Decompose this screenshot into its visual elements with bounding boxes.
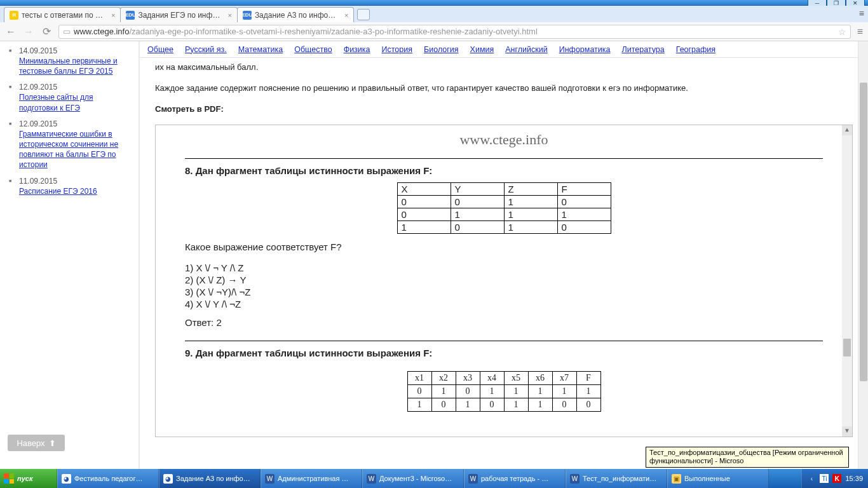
tab-close-icon[interactable]: × (227, 11, 231, 19)
bookmark-star-icon[interactable]: ☆ (838, 27, 846, 37)
new-tab-button[interactable] (357, 9, 370, 20)
subject-link[interactable]: Физика (344, 45, 370, 54)
reload-button[interactable]: ⟳ (41, 25, 52, 37)
subject-link[interactable]: География (676, 45, 715, 54)
taskbar-clock[interactable]: 15:39 (845, 475, 863, 482)
subject-link[interactable]: История (382, 45, 412, 54)
table-header-cell: X (397, 182, 451, 195)
pdf-watermark: www.ctege.info (185, 130, 823, 154)
answer-option: 1) X \/ ¬ Y /\ Z (185, 262, 823, 273)
news-date: 14.09.2015 (19, 46, 132, 55)
page-scrollbar-thumb[interactable] (860, 83, 867, 381)
table-header-cell: Z (504, 182, 557, 195)
windows-taskbar: пуск ◕Фестиваль педагог…◕Задание А3 по и… (0, 469, 868, 488)
pdf-embed: www.ctege.info 8. Дан фрагмент таблицы и… (155, 125, 853, 437)
table-cell: 0 (451, 220, 504, 233)
system-tray[interactable]: ‹ Ti K 15:39 (801, 469, 868, 488)
table-cell: 0 (451, 195, 504, 208)
taskbar-tooltip: Тест_по_информатицазии_общества [Режим о… (646, 447, 849, 468)
word-icon: W (468, 474, 478, 484)
task-9-heading: 9. Дан фрагмент таблицы истинности выраж… (185, 348, 823, 358)
favicon: Я (10, 11, 18, 20)
taskbar-app-label: Задание А3 по инфо… (176, 475, 250, 482)
page-scrollbar[interactable] (858, 41, 868, 479)
table-cell: 0 (407, 384, 431, 398)
back-button[interactable]: ← (5, 26, 17, 37)
tab-close-icon[interactable]: × (344, 11, 348, 19)
to-top-button[interactable]: Наверх ⬆ (8, 435, 65, 451)
table-cell: 1 (504, 220, 557, 233)
table-cell: 1 (504, 398, 528, 412)
intro-frag: их на максимальный балл. (155, 62, 853, 74)
answer-option: 3) (X \/ ¬Y)/\ ¬Z (185, 287, 823, 297)
table-cell: 0 (431, 398, 456, 412)
subject-link[interactable]: Общество (294, 45, 332, 54)
taskbar-app-button[interactable]: ◕Задание А3 по инфо… (159, 469, 261, 488)
word-icon: W (265, 474, 275, 484)
taskbar-app-button[interactable]: WАдминистративная … (261, 469, 362, 488)
table-header-cell: x7 (552, 371, 576, 384)
arrow-up-icon: ⬆ (49, 438, 56, 448)
tray-antivirus-icon[interactable]: K (832, 474, 841, 483)
os-window-titlebar: ─ ❐ ✕ (0, 0, 868, 6)
chrome-settings-icon[interactable]: ≡ (857, 26, 863, 37)
scroll-up-icon[interactable]: ▲ (842, 125, 852, 135)
tray-app-icon[interactable]: Ti (820, 474, 829, 483)
table-cell: 1 (557, 208, 611, 220)
taskbar-app-label: Фестиваль педагог… (74, 475, 142, 482)
browser-tab[interactable]: Ятесты с ответами по инфо× (4, 7, 121, 22)
taskbar-app-button[interactable]: Wрабочая тетрадь - … (464, 469, 566, 488)
address-bar[interactable]: ▭ www.ctege.info/zadaniya-ege-po-informa… (58, 25, 851, 39)
taskbar-app-button[interactable]: ▣Выполненные (667, 469, 769, 488)
subject-link[interactable]: Информатика (559, 45, 611, 54)
table-cell: 1 (576, 384, 600, 398)
favicon: EDU (243, 11, 252, 20)
subject-link[interactable]: Биология (424, 45, 459, 54)
table-cell: 0 (557, 220, 611, 233)
table-cell: 1 (552, 384, 576, 398)
start-button[interactable]: пуск (0, 469, 57, 488)
subject-link[interactable]: Математика (238, 45, 283, 54)
news-link[interactable]: Расписание ЕГЭ 2016 (19, 187, 97, 196)
answer-option: 2) (X \/ Z) → Y (185, 274, 823, 285)
task-8-heading: 8. Дан фрагмент таблицы истинности выраж… (185, 165, 823, 176)
subject-link[interactable]: Литература (621, 45, 664, 54)
table-cell: 1 (528, 384, 552, 398)
table-cell: 0 (480, 398, 504, 412)
table-cell: 1 (456, 398, 480, 412)
taskbar-app-button[interactable]: ◕Фестиваль педагог… (57, 469, 159, 488)
news-link[interactable]: Минимальные первичные и тестовые баллы Е… (19, 57, 118, 76)
answer-option: 4) X \/ Y /\ ¬Z (185, 299, 823, 309)
pdf-scrollbar-thumb[interactable] (843, 339, 851, 356)
subject-link[interactable]: Русский яз. (185, 45, 227, 54)
page-viewport: 14.09.2015Минимальные первичные и тестов… (0, 41, 868, 479)
table-cell: 1 (480, 384, 504, 398)
taskbar-app-button[interactable]: WДокумент3 - Microso… (362, 469, 464, 488)
news-item: 14.09.2015Минимальные первичные и тестов… (19, 46, 132, 76)
chrome-menu-icon[interactable]: ≡ (859, 8, 864, 18)
chrome-icon: ◕ (163, 474, 173, 484)
table-cell: 1 (528, 398, 552, 412)
tab-title: Задания ЕГЭ по информати (138, 11, 220, 20)
browser-tab[interactable]: EDUЗадание А3 по информатик× (237, 7, 354, 22)
scroll-down-icon[interactable]: ▼ (842, 426, 852, 437)
browser-tab[interactable]: EDUЗадания ЕГЭ по информати× (120, 7, 237, 22)
task-8-table: XYZF001001111010 (397, 182, 611, 234)
table-cell: 1 (407, 398, 431, 412)
subject-link[interactable]: Английский (505, 45, 547, 54)
divider (185, 158, 823, 159)
taskbar-app-button[interactable]: WТест_по_информати… (566, 469, 667, 488)
table-header-cell: x2 (431, 371, 456, 384)
divider (185, 341, 823, 341)
tab-close-icon[interactable]: × (111, 11, 115, 19)
subject-link[interactable]: Общее (147, 45, 173, 54)
tray-expand-icon[interactable]: ‹ (807, 474, 816, 483)
news-item: 12.09.2015Грамматические ошибки в истори… (19, 119, 132, 170)
pdf-scrollbar[interactable]: ▲ ▼ (842, 125, 852, 437)
forward-button[interactable]: → (23, 26, 34, 37)
subject-link[interactable]: Химия (470, 45, 494, 54)
table-header-cell: x6 (528, 371, 552, 384)
news-link[interactable]: Грамматические ошибки в историческом соч… (19, 130, 118, 170)
page-icon: ▭ (63, 27, 71, 36)
news-link[interactable]: Полезные сайты для подготовки к ЕГЭ (19, 93, 93, 112)
